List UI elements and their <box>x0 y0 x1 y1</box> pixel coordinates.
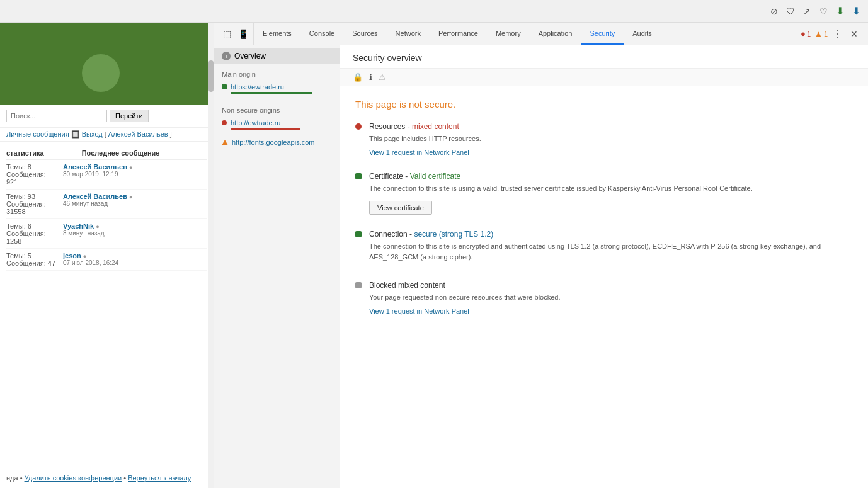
search-button[interactable]: Перейти <box>110 110 149 122</box>
main-area: Перейти Личные сообщения 🔲 Выход [ Алекс… <box>0 23 868 488</box>
origin-bar <box>231 92 312 94</box>
certificate-indicator <box>355 173 362 179</box>
resources-title: Resources - mixed content <box>369 122 853 131</box>
col-stats: статистика <box>6 149 44 157</box>
resources-indicator <box>355 123 362 130</box>
webpage-panel: Перейти Личные сообщения 🔲 Выход [ Алекс… <box>0 23 214 488</box>
devtools-tabs: Elements Console Sources Network Perform… <box>254 23 796 45</box>
webpage-content: статистика Последнее сообщение Темы: 8 С… <box>0 142 214 276</box>
filter-warn-icon[interactable]: ⚠ <box>379 72 386 82</box>
non-secure-origin-2[interactable]: http://fonts.googleapis.com <box>214 136 340 150</box>
certificate-desc: The connection to this site is using a v… <box>369 183 853 194</box>
tab-performance[interactable]: Performance <box>430 23 487 45</box>
shield-icon[interactable]: 🛡 <box>785 6 796 17</box>
search-bar: Перейти <box>0 105 214 128</box>
security-filter-bar: 🔒 ℹ ⚠ <box>340 69 868 86</box>
blocked-network-link[interactable]: View 1 request in Network Panel <box>369 307 469 315</box>
more-options-icon[interactable]: ⋮ <box>831 28 844 40</box>
overview-button[interactable]: i Overview <box>214 48 340 64</box>
browser-icons: ⊘ 🛡 ↗ ♡ ⬇ ⬇ <box>768 6 862 17</box>
origin-bar-red <box>231 128 300 130</box>
header-circle <box>82 54 120 92</box>
devtools-panel: ⬚ 📱 Elements Console Sources Network Per… <box>214 23 868 488</box>
webpage-header <box>0 23 214 105</box>
author-link[interactable]: Алексей Васильев <box>63 163 127 171</box>
overview-info-icon: i <box>222 52 231 60</box>
warn-badge: ▲ 1 <box>814 29 828 38</box>
author-link[interactable]: VyachNik <box>63 222 94 230</box>
error-count: 1 <box>807 30 811 38</box>
col-last-msg: Последнее сообщение <box>82 149 160 157</box>
tab-sources[interactable]: Sources <box>343 23 386 45</box>
error-dot: ● <box>801 29 806 38</box>
tab-audits[interactable]: Audits <box>624 23 661 45</box>
non-secure-url-1[interactable]: http://ewtrade.ru <box>231 119 281 127</box>
search-input[interactable] <box>6 110 107 122</box>
download-arrow-icon[interactable]: ⬇ <box>834 6 845 17</box>
blocked-section: Blocked mixed content Your page requeste… <box>355 281 853 315</box>
webpage-footer: нда • Удалить cookies конференции • Верн… <box>0 474 214 482</box>
security-content: This page is not secure. Resources - mix… <box>340 86 868 343</box>
connection-highlight: secure (strong TLS 1.2) <box>414 230 493 239</box>
main-origin-label: Main origin <box>214 64 340 81</box>
orange-indicator <box>222 140 228 145</box>
filter-lock-icon[interactable]: 🔒 <box>353 72 363 82</box>
connection-desc: The connection to this site is encrypted… <box>369 241 853 262</box>
devtools-sidebar: i Overview Main origin https://ewtrade.r… <box>214 45 340 488</box>
view-certificate-button[interactable]: View certificate <box>369 201 432 215</box>
non-secure-origin-1[interactable]: http://ewtrade.ru <box>214 116 340 136</box>
blocked-title: Blocked mixed content <box>369 281 853 290</box>
tab-elements[interactable]: Elements <box>254 23 300 45</box>
personal-messages-link[interactable]: Личные сообщения <box>6 130 69 138</box>
table-row: Темы: 6 Сообщения: 1258 VyachNik ● 8 мин… <box>6 219 207 249</box>
delete-cookies-link[interactable]: Удалить cookies конференции <box>25 474 122 482</box>
browser-bar: ⊘ 🛡 ↗ ♡ ⬇ ⬇ <box>0 0 868 23</box>
main-origin-url[interactable]: https://ewtrade.ru <box>231 83 284 91</box>
connection-indicator <box>355 231 362 237</box>
logout-link[interactable]: Выход <box>82 130 103 138</box>
warn-count: 1 <box>824 30 828 38</box>
not-secure-message: This page is not secure. <box>355 99 853 110</box>
devtools-main: Security overview 🔒 ℹ ⚠ This page is not… <box>340 45 868 488</box>
scrollbar-track[interactable] <box>208 23 214 488</box>
tab-network[interactable]: Network <box>387 23 430 45</box>
resources-section: Resources - mixed content This page incl… <box>355 122 853 157</box>
warn-triangle: ▲ <box>814 29 823 38</box>
heart-icon[interactable]: ♡ <box>818 6 829 17</box>
close-icon[interactable]: ✕ <box>848 28 860 40</box>
download-cloud-icon[interactable]: ⬇ <box>850 6 862 17</box>
non-secure-origins-label: Non-secure origins <box>214 100 340 116</box>
table-row: Темы: 93 Сообщения: 31558 Алексей Василь… <box>6 190 207 219</box>
toolbar-right: ● 1 ▲ 1 ⋮ ✕ <box>796 23 865 45</box>
no-sign-icon[interactable]: ⊘ <box>768 6 780 17</box>
devtools-body: i Overview Main origin https://ewtrade.r… <box>214 45 868 488</box>
filter-info-icon[interactable]: ℹ <box>369 72 372 82</box>
resources-network-link[interactable]: View 1 request in Network Panel <box>369 149 469 156</box>
cursor-icon[interactable]: ↗ <box>801 6 813 17</box>
red-indicator <box>222 120 227 125</box>
resources-highlight: mixed content <box>412 122 459 131</box>
blocked-desc: Your page requested non-secure resources… <box>369 292 853 303</box>
inspect-icon[interactable]: ⬚ <box>220 28 233 40</box>
security-overview-title: Security overview <box>340 45 868 69</box>
author-link[interactable]: Алексей Васильев <box>63 193 127 200</box>
non-secure-url-2[interactable]: http://fonts.googleapis.com <box>232 139 314 146</box>
overview-label: Overview <box>234 52 266 60</box>
green-indicator <box>222 84 227 89</box>
device-icon[interactable]: 📱 <box>237 28 249 40</box>
tab-console[interactable]: Console <box>300 23 343 45</box>
scrollbar-thumb[interactable] <box>208 60 214 92</box>
author-link[interactable]: jeson <box>63 252 81 259</box>
tab-memory[interactable]: Memory <box>487 23 530 45</box>
table-header: статистика Последнее сообщение <box>6 147 207 160</box>
tab-application[interactable]: Application <box>530 23 581 45</box>
tab-security[interactable]: Security <box>581 23 624 45</box>
certificate-title: Certificate - Valid certificate <box>369 172 853 181</box>
nav-links: Личные сообщения 🔲 Выход [ Алексей Васил… <box>0 128 214 142</box>
back-to-top-link[interactable]: Вернуться к началу <box>128 474 191 482</box>
blocked-indicator <box>355 282 362 288</box>
resources-desc: This page includes HTTP resources. <box>369 133 853 144</box>
main-origin-item[interactable]: https://ewtrade.ru <box>214 81 340 100</box>
user-link[interactable]: Алексей Васильев <box>108 130 168 138</box>
connection-section: Connection - secure (strong TLS 1.2) The… <box>355 230 853 266</box>
